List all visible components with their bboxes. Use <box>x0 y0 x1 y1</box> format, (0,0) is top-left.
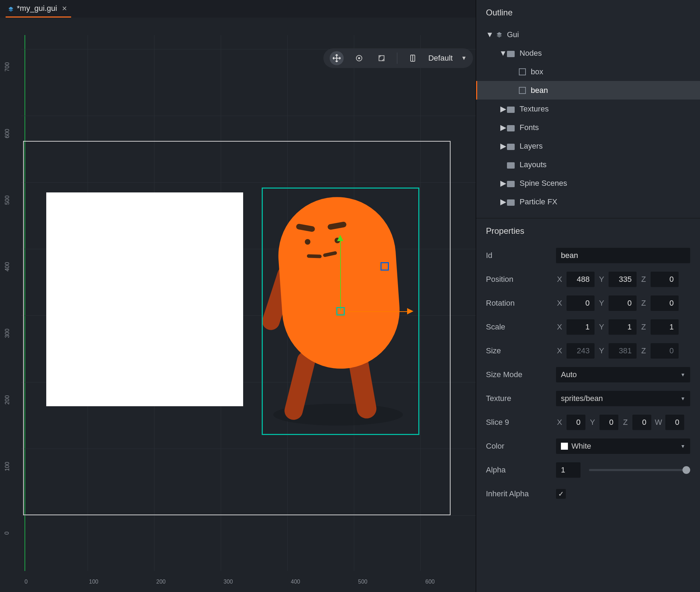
chevron-down-icon[interactable]: ▼ <box>461 55 467 61</box>
tab-title: *my_gui.gui <box>17 4 57 13</box>
outline-item-box[interactable]: box <box>476 62 700 81</box>
ruler-vertical: 700 600 500 400 300 200 100 0 <box>0 35 21 592</box>
folder-icon <box>507 125 515 131</box>
alpha-label: Alpha <box>486 465 556 475</box>
texture-select[interactable]: sprites/bean▼ <box>556 391 690 406</box>
size-y <box>609 343 637 359</box>
inherit-alpha-label: Inherit Alpha <box>486 489 556 498</box>
outline-section-label: Particle FX <box>520 197 557 206</box>
chevron-right-icon[interactable]: ▶ <box>499 123 507 132</box>
outline-title: Outline <box>476 0 700 25</box>
gizmo-x-axis[interactable] <box>345 311 408 312</box>
svg-marker-1 <box>8 8 13 12</box>
gizmo-y-axis[interactable] <box>340 240 341 311</box>
outline-panel: Outline ▼ Gui ▼ Nodes box <box>476 0 700 218</box>
outline-item-label: box <box>531 67 543 76</box>
gizmo-x-arrowhead <box>407 308 413 314</box>
outline-item-bean[interactable]: bean <box>476 81 700 100</box>
slice9-z[interactable] <box>632 415 651 430</box>
close-icon[interactable]: × <box>60 4 69 13</box>
scale-tool[interactable] <box>375 51 389 65</box>
size-z <box>651 343 679 359</box>
rotate-tool[interactable] <box>352 51 366 65</box>
slider-thumb[interactable] <box>682 466 690 474</box>
size-x <box>567 343 595 359</box>
folder-icon <box>507 107 515 113</box>
inherit-alpha-checkbox[interactable]: ✓ <box>556 489 566 499</box>
texture-label: Texture <box>486 394 556 403</box>
color-label: Color <box>486 442 556 451</box>
folder-icon <box>507 51 515 57</box>
outline-spine[interactable]: ▶ Spine Scenes <box>476 174 700 192</box>
slice9-label: Slice 9 <box>486 418 556 427</box>
outline-layers[interactable]: ▶ Layers <box>476 137 700 155</box>
chevron-down-icon: ▼ <box>680 372 685 377</box>
outline-section-label: Layers <box>520 142 543 151</box>
rotation-y[interactable] <box>609 295 637 311</box>
chevron-down-icon[interactable]: ▼ <box>499 49 507 58</box>
svg-marker-7 <box>497 34 502 38</box>
outline-item-label: bean <box>531 86 548 95</box>
properties-title: Properties <box>476 218 700 244</box>
scene-toolbar: Default ▼ <box>323 48 473 68</box>
properties-panel: Properties Id Position X Y Z Rotation X … <box>476 218 700 592</box>
box-icon <box>519 68 526 75</box>
canvas[interactable]: Default ▼ <box>0 18 476 592</box>
chevron-right-icon[interactable]: ▶ <box>499 197 507 206</box>
box-icon <box>519 87 526 94</box>
outline-layouts[interactable]: Layouts <box>476 155 700 174</box>
move-tool[interactable] <box>330 51 344 65</box>
outline-section-label: Layouts <box>520 160 547 169</box>
slice9-w[interactable] <box>665 415 684 430</box>
scale-z[interactable] <box>651 319 679 335</box>
sizemode-label: Size Mode <box>486 370 556 379</box>
size-label: Size <box>486 346 556 355</box>
id-input[interactable] <box>556 248 690 263</box>
outline-section-label: Textures <box>520 104 549 114</box>
rotation-z[interactable] <box>651 295 679 311</box>
scale-x[interactable] <box>567 319 595 335</box>
scale-label: Scale <box>486 322 556 332</box>
slice9-y[interactable] <box>599 415 618 430</box>
folder-icon <box>507 162 515 169</box>
id-label: Id <box>486 251 556 260</box>
rotation-x[interactable] <box>567 295 595 311</box>
position-y[interactable] <box>609 272 637 287</box>
outline-root[interactable]: ▼ Gui <box>476 25 700 44</box>
chevron-down-icon[interactable]: ▼ <box>486 30 494 39</box>
slice9-x[interactable] <box>567 415 585 430</box>
color-select[interactable]: White▼ <box>556 438 690 454</box>
folder-icon <box>507 181 515 187</box>
rotation-label: Rotation <box>486 299 556 308</box>
file-tab[interactable]: *my_gui.gui × <box>6 0 71 18</box>
color-swatch <box>561 443 568 450</box>
device-select[interactable]: Default <box>428 54 453 63</box>
ruler-horizontal: 0 100 200 300 400 500 600 <box>0 571 476 592</box>
outline-nodes-label: Nodes <box>520 49 542 58</box>
position-x[interactable] <box>567 272 595 287</box>
alpha-slider[interactable] <box>589 469 690 471</box>
gizmo-xy-handle[interactable] <box>380 262 389 271</box>
chevron-down-icon: ▼ <box>680 396 685 401</box>
chevron-right-icon[interactable]: ▶ <box>499 142 507 151</box>
sizemode-select[interactable]: Auto▼ <box>556 367 690 382</box>
layers-icon <box>8 5 14 12</box>
device-icon[interactable] <box>406 51 420 65</box>
position-label: Position <box>486 275 556 284</box>
position-z[interactable] <box>651 272 679 287</box>
folder-icon <box>507 199 515 206</box>
chevron-right-icon[interactable]: ▶ <box>499 104 507 114</box>
tab-bar: *my_gui.gui × <box>0 0 476 18</box>
outline-nodes[interactable]: ▼ Nodes <box>476 44 700 62</box>
outline-fonts[interactable]: ▶ Fonts <box>476 118 700 137</box>
box-node[interactable] <box>46 192 243 406</box>
chevron-down-icon: ▼ <box>680 443 685 449</box>
outline-particlefx[interactable]: ▶ Particle FX <box>476 192 700 211</box>
outline-section-label: Spine Scenes <box>520 179 567 188</box>
chevron-right-icon[interactable]: ▶ <box>499 179 507 188</box>
outline-root-label: Gui <box>507 30 519 39</box>
alpha-input[interactable] <box>556 462 581 478</box>
gizmo-origin[interactable] <box>336 307 345 315</box>
outline-textures[interactable]: ▶ Textures <box>476 100 700 118</box>
scale-y[interactable] <box>609 319 637 335</box>
